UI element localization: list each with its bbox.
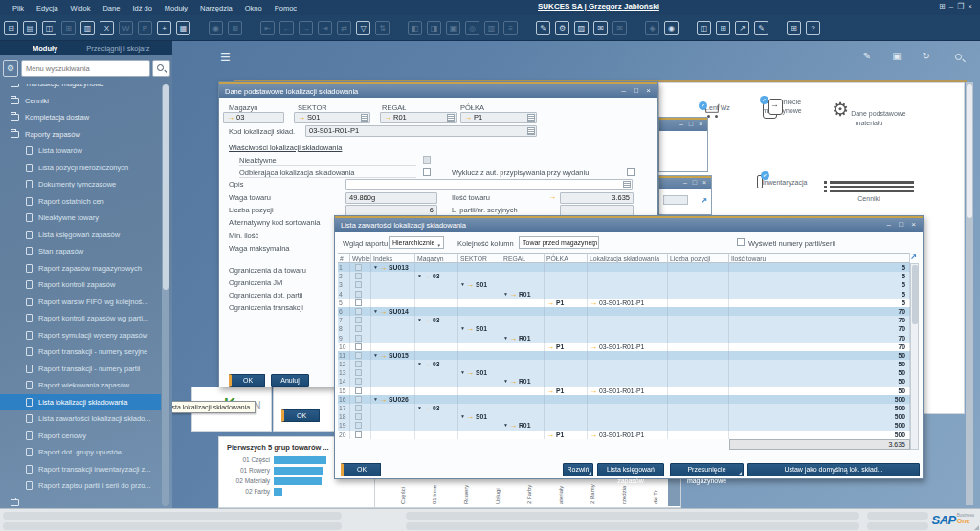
help-icon[interactable]: ?	[806, 21, 820, 35]
table-row[interactable]: 3▼→S015	[338, 280, 910, 289]
link-arrow-icon[interactable]: →	[464, 113, 472, 122]
sidebar-item-raport-transakcji-numery-partii[interactable]: Raport transakcji - numery partii	[0, 361, 161, 378]
przesunięcie-magazynowe-button[interactable]: Przesunięcie magazynowe	[670, 463, 744, 476]
tile-przesuniecie-magazynowe[interactable]: →✔ Przesunięcie magazynowe	[746, 99, 818, 115]
maximize-grid-icon[interactable]: ↗	[910, 253, 917, 261]
dialog1-controls[interactable]: – □ ×	[622, 86, 654, 95]
link-arrow-icon[interactable]: →	[298, 113, 305, 122]
restore-icon[interactable]: ❐	[957, 2, 968, 11]
sidebar-item-raport-dot-grupy-upustów[interactable]: Raport dot. grupy upustów	[0, 444, 161, 461]
search-icon[interactable]	[951, 51, 963, 62]
sidebar-item-nieaktywne-towary[interactable]: Nieaktywne towary	[0, 210, 161, 227]
column-header[interactable]: PÓŁKA	[545, 253, 588, 263]
close-icon[interactable]: ×	[968, 2, 976, 11]
tile-inwentaryzacja[interactable]: ✔ Inwentaryzacja	[746, 179, 818, 188]
table-row[interactable]: 1▼→SU0135	[338, 263, 910, 272]
document-settings-icon[interactable]: ⚙	[555, 21, 569, 35]
window-b-field[interactable]	[663, 195, 688, 205]
sidebar-item-raport-warstw-fifo-wg-kolejnoś[interactable]: Raport warstw FIFO wg kolejnoś...	[0, 294, 161, 311]
link-arrow-icon[interactable]: →	[423, 272, 431, 280]
link-arrow-icon[interactable]: →	[546, 431, 554, 439]
serial-checkbox[interactable]	[737, 238, 745, 246]
choose-list-icon[interactable]	[527, 114, 535, 122]
sidebar-item-cenniki[interactable]: Cenniki	[0, 93, 161, 110]
sidebar-item-raporty-zapasów[interactable]: Raporty zapasów	[0, 126, 161, 144]
user-defaults-icon[interactable]: ◉	[664, 21, 679, 35]
link-arrow-icon[interactable]: →	[509, 421, 517, 430]
collapse-icon[interactable]: ▼	[503, 335, 508, 341]
order-dropdown[interactable]: Towar przed magazynem	[519, 236, 599, 249]
table-row[interactable]: 7▼→0370	[338, 316, 910, 324]
menu-pomoc[interactable]: Pomoc	[275, 4, 297, 12]
column-header[interactable]: Ilość towaru	[729, 253, 910, 263]
menu-modu-y[interactable]: Moduły	[165, 4, 188, 12]
link-arrow-icon[interactable]: →	[546, 387, 554, 395]
table-row[interactable]: 9▼→R0170	[338, 334, 910, 343]
edit-document-icon[interactable]: ✎	[536, 21, 550, 35]
table-row[interactable]: 4▼→R015	[338, 290, 910, 299]
sidebar-item-raport-ostatnich-cen[interactable]: Raport ostatnich cen	[0, 193, 161, 210]
tab-przeciagnij[interactable]: Przeciągnij i skojarz	[86, 44, 149, 53]
link-arrow-icon[interactable]: →	[590, 387, 597, 395]
organizer-icon[interactable]: ◫	[697, 21, 711, 35]
edit-grid-icon[interactable]: ▦	[176, 21, 190, 35]
collapse-icon[interactable]: ▼	[417, 317, 422, 322]
table-row[interactable]: 20→P1→03-S01-R01-P1500	[338, 431, 910, 439]
launch-application-icon[interactable]: +	[157, 21, 171, 35]
external-link-icon[interactable]: ↗	[735, 21, 749, 35]
collapse-icon[interactable]: ▼	[373, 352, 378, 358]
collapse-icon[interactable]: ▼	[460, 369, 465, 375]
layout-icon[interactable]: ⊞	[939, 2, 949, 11]
magazyn-field[interactable]: →03	[223, 112, 284, 123]
sidebar-item-partial[interactable]	[0, 495, 161, 509]
menu-id-do[interactable]: Idź do	[132, 4, 151, 12]
link-arrow-icon[interactable]: →	[423, 404, 431, 412]
ustaw-jako-domyślną-lok-skład-button[interactable]: Ustaw jako domyślną lok. skład...	[747, 463, 920, 476]
table-row[interactable]: 17▼→03500	[338, 404, 910, 412]
link-arrow-icon[interactable]: →	[423, 360, 431, 368]
print-icon[interactable]: ▤	[23, 21, 37, 35]
column-header[interactable]: Magazyn	[415, 253, 458, 263]
menu-edycja[interactable]: Edycja	[36, 4, 58, 12]
tile-dokument-wz[interactable]: ✔ ...ent Wz	[688, 104, 746, 113]
link-arrow-icon[interactable]: →	[379, 395, 387, 404]
choose-list-icon[interactable]	[447, 114, 455, 122]
link-arrow-icon[interactable]: →	[509, 290, 517, 299]
sidebar-item-stan-zapasów[interactable]: Stan zapasów	[0, 243, 161, 260]
column-header[interactable]: Wybierz	[350, 253, 371, 263]
choose-list-icon[interactable]	[361, 114, 368, 122]
link-arrow-icon[interactable]: →	[546, 343, 554, 351]
sidebar-scrollbar[interactable]	[162, 84, 169, 506]
link-arrow-icon[interactable]: →	[466, 368, 474, 377]
table-row[interactable]: 5→P1→03-S01-R01-P15	[338, 299, 910, 307]
list-ok-button[interactable]: OK	[341, 463, 381, 476]
collapse-icon[interactable]: ▼	[373, 308, 378, 314]
polka-field[interactable]: →P1	[460, 112, 537, 123]
table-row[interactable]: 8▼→S0170	[338, 324, 910, 333]
window-controls[interactable]: ⊞–❐×	[939, 2, 976, 11]
table-row[interactable]: 19▼→R01500	[338, 421, 910, 430]
link-arrow-icon[interactable]: →	[590, 299, 597, 307]
collapse-icon[interactable]: ▼	[373, 396, 378, 402]
sidebar-item-dokumenty-tymczasowe[interactable]: Dokumenty tymczasowe	[0, 176, 161, 193]
refresh-icon[interactable]: ↻	[923, 51, 930, 62]
calculator-icon[interactable]: ⊞	[787, 21, 801, 35]
menu-narz-dzia[interactable]: Narzędzia	[200, 4, 233, 12]
sidebar-item-lista-zawartości-lokalizacji-skł[interactable]: Lista zawartości lokalizacji składo...	[0, 410, 161, 428]
resize-grip[interactable]	[974, 525, 979, 530]
row-checkbox[interactable]	[355, 299, 362, 306]
sidebar-item-raport-zapasów-magazynowych[interactable]: Raport zapasów magazynowych	[0, 260, 161, 277]
link-arrow-icon[interactable]: →	[466, 412, 474, 421]
collapse-icon[interactable]: ▼	[460, 281, 465, 287]
menu-plik[interactable]: Plik	[12, 4, 24, 12]
column-header[interactable]: SEKTOR	[458, 253, 501, 263]
link-arrow-icon[interactable]: →	[466, 280, 474, 289]
sidebar-item-transakcje-magazynowe[interactable]: Transakcje magazynowe	[0, 84, 161, 93]
sidebar-item-raport-symulacji-wyceny-zapasów[interactable]: Raport symulacji wyceny zapasów	[0, 327, 161, 344]
export-excel-icon[interactable]: X	[100, 21, 114, 35]
print-preview-icon[interactable]: ▥	[80, 21, 95, 35]
link-arrow-icon[interactable]: →	[509, 377, 517, 386]
window-a-controls[interactable]: – □ ×	[679, 121, 704, 127]
app-vertical-scrollbar[interactable]	[966, 82, 973, 505]
background-window-b[interactable]: – □ × ↗	[658, 175, 712, 215]
